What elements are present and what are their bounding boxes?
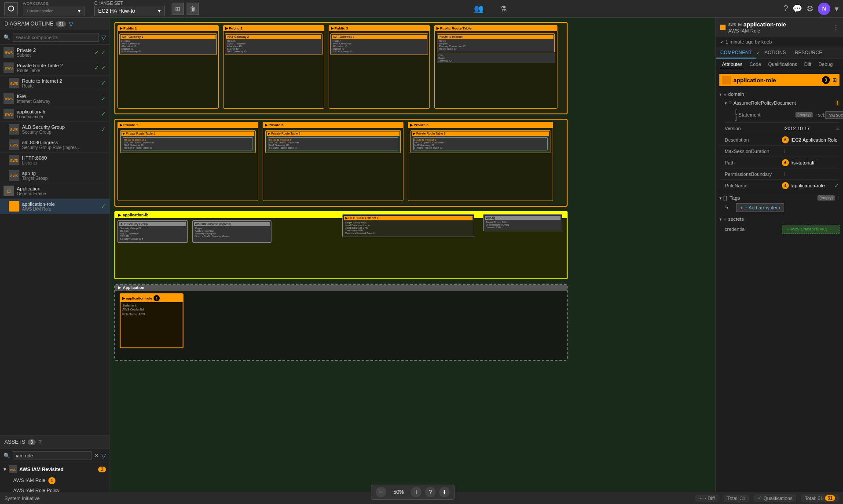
tab-resource[interactable]: RESOURCE [790,47,826,58]
help-button[interactable]: ? [425,487,436,497]
max-session-info-icon[interactable]: I [784,149,785,154]
resource-color-swatch[interactable] [722,76,731,84]
list-icon: ≡ [723,91,726,97]
subtab-qualifications[interactable]: Qualifications [766,61,799,68]
users-nav-btn[interactable]: 👥 [471,1,487,17]
max-session-label: MaxSessionDuration [725,149,782,154]
add-array-item-button[interactable]: + + Add array item [736,203,784,212]
subtab-code[interactable]: Code [748,61,762,68]
sidebar-item-app-lb[interactable]: aws application-lb Loadbalancer ✓ [0,106,110,122]
filter-icon[interactable]: ▽ [69,20,73,27]
bracket-tags-icon: [ ] [723,196,727,201]
component-search-bar: 🔍 ▽ [0,30,110,45]
assume-role-header[interactable]: ▾ ≡ AssumeRolePolicyDocument I [725,99,839,107]
flask-nav-btn[interactable]: ⚗ [495,1,511,17]
filter-toggle-icon[interactable]: ▽ [101,34,106,41]
help-icon[interactable]: ? [784,4,788,13]
edit-icon[interactable]: ⊞ [832,77,837,83]
discord-icon[interactable]: 💬 [792,4,802,14]
rp-header-name: application-role [744,21,786,28]
via-socket-select[interactable]: via socket [825,111,843,119]
total2-badge[interactable]: Total: 31 31 [801,494,839,502]
search-icon: 🔍 [4,34,10,40]
assets-group-header[interactable]: ▾ aws AWS IAM Revisited 3 [0,463,110,475]
rp-header-aws-label: aws [728,22,736,27]
assume-role-label: AssumeRolePolicyDocument [733,100,834,106]
version-expand-icon[interactable]: ⊡ [836,125,839,131]
sidebar-item-app-role[interactable]: aws application-role AWS IAM Role ✓ [0,199,110,214]
trash-icon-btn[interactable]: 🗑 [187,3,199,15]
sidebar-item-application[interactable]: ⊡ Application Generic Frame [0,183,110,199]
subtab-debug[interactable]: Debug [817,61,834,68]
diff-badge[interactable]: ~ ~ Diff [695,495,718,502]
diagram-canvas[interactable]: ▶ Public 1 NAT Gateway 1 RegionAWS Crede… [110,18,715,504]
sidebar-item-private-route-table2[interactable]: aws Private Route Table 2 Route Table ✓ … [0,60,110,76]
system-initiative-label: System Initiative [4,496,40,501]
check-badge: ✓ [101,80,106,87]
clear-search-icon[interactable]: ✕ [94,453,99,459]
asset-item-iam-role[interactable]: AWS IAM Role 1 [0,475,110,486]
assets-help-icon[interactable]: ? [38,438,42,446]
sidebar-item-alb-sg[interactable]: aws ALB Security Group Security Group ✓ [0,122,110,137]
aws-route-icon: aws [9,78,19,88]
item-type-http8080: Listener [22,161,106,165]
app-logo[interactable]: ⬡ [4,2,18,15]
role-name-check-icon: ✓ [834,182,839,189]
sidebar-item-alb-ingress[interactable]: aws alb-8080-ingress Security Group Rule… [0,137,110,153]
subtab-attributes[interactable]: Attributes [720,61,744,68]
role-name-label: RoleName [725,183,782,188]
role-name-row: RoleName 4 I application-role ✓ [719,180,839,191]
item-name-albingress: alb-8080-ingress [22,140,106,145]
filter-icon[interactable]: ▽ [101,452,106,459]
collapse-arrow-secrets: ▾ [719,217,722,222]
statement-row: [ ] Statement (empty) ○ set: via socket [725,107,839,123]
sidebar-item-route-internet2[interactable]: aws Route to Internet 2 Route ✓ [0,76,110,91]
sidebar-item-http8080[interactable]: aws HTTP:8080 Listener [0,153,110,168]
add-array-label: + Add array item [744,205,780,210]
zoom-in-button[interactable]: + [411,487,422,497]
zoom-out-button[interactable]: − [376,487,386,497]
role-name-value: application-role [792,183,832,188]
aws-iam-role-icon: aws [9,201,19,212]
aws-icon-sm: aws [9,465,17,473]
pb-info-icon[interactable]: I [784,172,785,177]
assets-search-bar: 🔍 ✕ ▽ [0,449,110,463]
changeset-dropdown[interactable]: EC2 HA How-to ▾ [94,6,165,16]
qualifications-badge[interactable]: ✓ Qualifications [754,494,796,502]
subtab-diff[interactable]: Diff [803,61,813,68]
description-value: EC2 Application Role [792,137,839,142]
chevron-down-icon: ▾ [4,466,6,472]
set-label: set: [818,113,825,117]
diagram-outline-count: 31 [56,21,66,27]
sidebar-item-private2[interactable]: aws Private 2 Subnet ✓ ✓ [0,45,110,60]
download-button[interactable]: ⬇ [439,487,450,497]
rp-header-menu-icon[interactable]: ⋮ [833,24,839,30]
tags-header[interactable]: ▾ [ ] Tags (empty) I [719,194,839,202]
left-sidebar: DIAGRAM OUTLINE 31 ▽ 🔍 ▽ aws Private 2 S… [0,18,110,504]
settings-icon[interactable]: ⚙ [806,4,814,14]
main-layout: DIAGRAM OUTLINE 31 ▽ 🔍 ▽ aws Private 2 S… [0,18,843,504]
credential-row: credential ← AWS Credential AKS [719,223,839,235]
credential-value-block[interactable]: ← AWS Credential AKS [782,225,839,234]
total1-badge[interactable]: Total: 31 [724,495,749,502]
user-avatar[interactable]: N [818,3,830,15]
sidebar-item-igw[interactable]: aws IGW Internet Gateway ✓ [0,91,110,106]
check-badge: ✓ [101,203,106,210]
tab-actions[interactable]: ACTIONS [760,47,791,58]
secrets-header[interactable]: ▾ ≡ secrets [719,215,839,223]
credential-label: credential [725,226,782,232]
assets-search-input[interactable] [13,451,92,460]
grid-icon-btn[interactable]: ⊞ [172,3,184,15]
item-type-igw: Internet Gateway [17,99,98,104]
collapse-arrow-domain: ▾ [719,92,722,97]
workspace-dropdown[interactable]: Documentation ▾ [23,6,84,16]
tags-info-icon[interactable]: I [838,195,839,201]
chevron-down-icon[interactable]: ▾ [835,4,839,14]
assets-title: ASSETS [4,439,25,445]
assets-count: 3 [28,439,36,445]
tab-component[interactable]: COMPONENT [716,47,756,58]
sidebar-item-apptg[interactable]: aws app-tg Target Group [0,168,110,183]
total2-label: Total: 31 [805,496,823,501]
domain-section-header[interactable]: ▾ ≡ domain [719,90,839,99]
component-search-input[interactable] [13,33,99,42]
